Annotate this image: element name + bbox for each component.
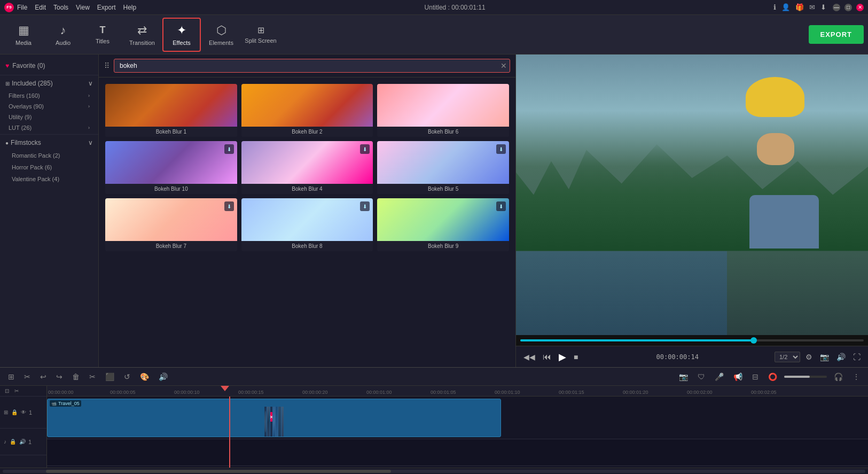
toolbar-media[interactable]: ▦ Media xyxy=(4,18,43,52)
filters-item[interactable]: Filters (160) › xyxy=(0,90,98,101)
effect-label-bokeh-blur-10: Bokeh Blur 10 xyxy=(105,184,237,194)
step-back-button[interactable]: ⏮ xyxy=(541,351,553,363)
audio-track-icon[interactable]: ♪ xyxy=(3,438,7,445)
audio-lock-icon[interactable]: 🔒 xyxy=(9,438,17,445)
pip-icon[interactable]: ⊟ xyxy=(749,371,761,383)
track-lock-icon[interactable]: 🔒 xyxy=(11,409,18,416)
gift-icon[interactable]: 🎁 xyxy=(795,3,804,11)
horror-pack-item[interactable]: Horror Pack (6) xyxy=(0,161,98,173)
track-eye-icon[interactable]: 👁 xyxy=(20,409,27,416)
volume-slider[interactable] xyxy=(784,376,827,378)
toolbar-split-screen-label: Split Screen xyxy=(245,37,276,44)
play-button[interactable]: ▶ xyxy=(557,350,568,364)
settings-icon[interactable]: ⚙ xyxy=(803,352,815,362)
download-icon[interactable]: ⬇ xyxy=(360,201,370,211)
effect-card-bokeh-blur-1[interactable]: Bokeh Blur 1 xyxy=(105,84,237,137)
mail-icon[interactable]: ✉ xyxy=(809,3,815,11)
download-icon[interactable]: ⬇ xyxy=(496,144,506,154)
menu-tools[interactable]: Tools xyxy=(53,4,68,11)
fullscreen-icon[interactable]: ⛶ xyxy=(851,352,863,362)
camera-icon[interactable]: 📷 xyxy=(676,371,691,383)
download-icon[interactable]: ⬇ xyxy=(360,144,370,154)
effects-icon: ✦ xyxy=(177,24,186,37)
effect-card-bokeh-blur-4[interactable]: ⬇ Bokeh Blur 4 xyxy=(241,141,373,194)
toolbar-transition[interactable]: ⇄ Transition xyxy=(123,18,161,52)
delete-button[interactable]: 🗑 xyxy=(69,371,82,383)
download-icon[interactable]: ⬇ xyxy=(224,144,234,154)
utility-item[interactable]: Utility (9) xyxy=(0,112,98,122)
effect-card-bokeh-blur-10[interactable]: ⬇ Bokeh Blur 10 xyxy=(105,141,237,194)
snap-button[interactable]: ⊞ xyxy=(5,371,17,383)
stop-button[interactable]: ■ xyxy=(572,352,580,362)
volume-icon[interactable]: 🔊 xyxy=(834,352,848,362)
headphone-icon[interactable]: 🎧 xyxy=(831,371,846,383)
menu-file[interactable]: File xyxy=(17,4,27,11)
valentine-pack-item[interactable]: Valentine Pack (4) xyxy=(0,173,98,185)
lut-item[interactable]: LUT (26) › xyxy=(0,122,98,133)
menu-help[interactable]: Help xyxy=(123,4,137,11)
export-button[interactable]: EXPORT xyxy=(809,25,864,44)
effect-card-bokeh-blur-6[interactable]: Bokeh Blur 6 xyxy=(377,84,509,137)
toolbar-effects[interactable]: ✦ Effects xyxy=(162,18,201,52)
menu-edit[interactable]: Edit xyxy=(35,4,46,11)
screenshot-icon[interactable]: 📷 xyxy=(818,352,831,362)
scrollbar-thumb[interactable] xyxy=(46,470,391,473)
included-header[interactable]: ⊞ Included (285) ∨ xyxy=(0,76,98,90)
info-icon[interactable]: ℹ xyxy=(773,3,776,11)
download-icon[interactable]: ⬇ xyxy=(496,201,506,211)
undo-button[interactable]: ↩ xyxy=(37,371,49,383)
grid-dots-icon[interactable]: ⠿ xyxy=(104,61,110,70)
playhead-indicator xyxy=(225,386,236,394)
video-progress-bar[interactable] xyxy=(516,335,868,346)
scissors-icon[interactable]: ✂ xyxy=(13,387,20,394)
maximize-button[interactable]: □ xyxy=(844,4,852,11)
zoom-fit-button[interactable]: ⊡ xyxy=(3,387,11,394)
video-clip[interactable]: 📹 Travel_05 xyxy=(47,399,501,437)
crop-tool-button[interactable]: ⬛ xyxy=(103,371,117,383)
effect-card-bokeh-blur-9[interactable]: ⬇ Bokeh Blur 9 xyxy=(377,198,509,251)
minimize-button[interactable]: — xyxy=(833,4,840,11)
timeline-scrollbar[interactable] xyxy=(0,468,868,474)
effect-card-bokeh-blur-2[interactable]: Bokeh Blur 2 xyxy=(241,84,373,137)
scrollbar-track[interactable] xyxy=(3,470,865,473)
redo-button[interactable]: ↪ xyxy=(53,371,65,383)
rotate-button[interactable]: ↺ xyxy=(121,371,133,383)
effect-card-bokeh-blur-8[interactable]: ⬇ Bokeh Blur 8 xyxy=(241,198,373,251)
rewind-button[interactable]: ◀◀ xyxy=(521,352,537,362)
menu-export[interactable]: Export xyxy=(97,4,116,11)
voice-icon[interactable]: 📢 xyxy=(731,371,745,383)
toolbar-elements[interactable]: ⬡ Elements xyxy=(202,18,240,52)
mic-icon[interactable]: 🎤 xyxy=(712,371,726,383)
audio-vol-icon[interactable]: 🔊 xyxy=(19,438,26,445)
download-icon[interactable]: ⬇ xyxy=(224,201,234,211)
resolution-select[interactable]: 1/2 1/4 Full xyxy=(775,352,800,362)
search-input[interactable] xyxy=(114,59,510,73)
user-icon[interactable]: 👤 xyxy=(781,3,790,11)
romantic-pack-item[interactable]: Romantic Pack (2) xyxy=(0,150,98,161)
title-icons: ℹ 👤 🎁 ✉ ⬇ xyxy=(773,3,826,11)
toolbar-audio[interactable]: ♪ Audio xyxy=(44,18,82,52)
effect-card-bokeh-blur-7[interactable]: ⬇ Bokeh Blur 7 xyxy=(105,198,237,251)
shield-icon[interactable]: 🛡 xyxy=(695,371,708,383)
overlays-item[interactable]: Overlays (90) › xyxy=(0,101,98,112)
track-snap-icon[interactable]: ⊞ xyxy=(3,409,9,416)
crop-button[interactable]: ✂ xyxy=(21,371,33,383)
more-icon[interactable]: ⋮ xyxy=(850,371,863,383)
toolbar-titles[interactable]: T Titles xyxy=(83,18,122,52)
download-icon[interactable]: ⬇ xyxy=(820,3,826,11)
toolbar-split-screen[interactable]: ⊞ Split Screen xyxy=(241,18,280,52)
menu-view[interactable]: View xyxy=(76,4,90,11)
title-bar-right: ℹ 👤 🎁 ✉ ⬇ — □ ✕ xyxy=(773,3,864,11)
video-progress-thumb[interactable] xyxy=(750,337,757,344)
cut-tool-button[interactable]: ✂ xyxy=(87,371,98,383)
color-button[interactable]: 🎨 xyxy=(137,371,152,383)
close-button[interactable]: ✕ xyxy=(856,4,864,11)
ruler-time-10: 00:00:02:00 xyxy=(687,390,713,395)
freeze-icon[interactable]: ⭕ xyxy=(765,371,780,383)
audio-tool-button[interactable]: 🔊 xyxy=(156,371,170,383)
effect-card-bokeh-blur-5[interactable]: ⬇ Bokeh Blur 5 xyxy=(377,141,509,194)
favorite-row[interactable]: ♥ Favorite (0) xyxy=(0,58,98,74)
video-progress-track[interactable] xyxy=(520,339,864,341)
filmstocks-header[interactable]: ● Filmstocks ∨ xyxy=(0,136,98,150)
search-clear-button[interactable]: ✕ xyxy=(501,61,507,70)
